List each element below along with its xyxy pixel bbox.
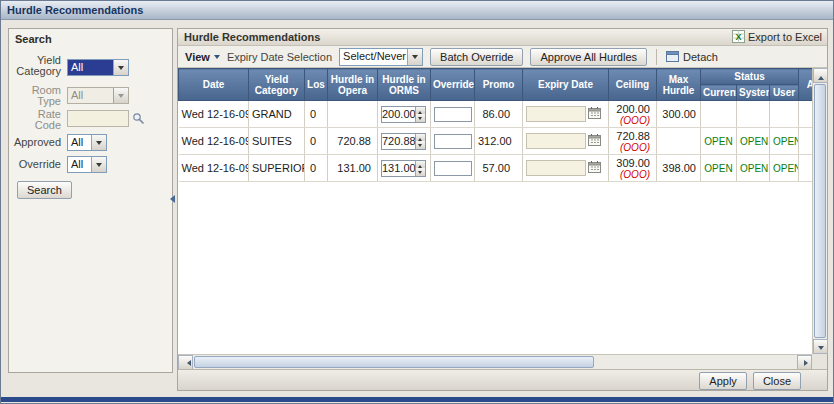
spinner-icon[interactable]: [415, 107, 425, 122]
cell-date: Wed 12-16-09: [179, 128, 249, 155]
cell-hurdle-in-orms: 200.00: [378, 101, 431, 128]
ceiling-ooo-note: (OOO): [612, 142, 653, 153]
calendar-icon[interactable]: [588, 109, 601, 121]
expiry-date-selection-label: Expiry Date Selection: [227, 51, 332, 63]
cell-status-system: [737, 101, 770, 128]
detach-button[interactable]: Detach: [666, 51, 718, 63]
window-bottom-strip: [1, 397, 833, 402]
hurdle-recommendations-window: Hurdle Recommendations Search Yield Cate…: [0, 0, 834, 404]
spinner-icon[interactable]: [415, 161, 425, 176]
splitter-collapse-icon[interactable]: [170, 193, 177, 205]
override-input[interactable]: [434, 134, 472, 149]
expiry-date-selection-select[interactable]: Select/Never: [339, 48, 423, 66]
rate-code-input: [67, 110, 129, 127]
hurdle-recommendations-panel: Hurdle Recommendations X Export to Excel…: [177, 28, 828, 391]
table-row[interactable]: Wed 12-16-09 SUPERIOR 0 131.00 131.00 57…: [179, 155, 813, 182]
yield-category-label: Yield Category: [11, 55, 61, 77]
override-input[interactable]: [434, 107, 472, 122]
svg-text:X: X: [736, 32, 742, 42]
scroll-right-icon[interactable]: [797, 355, 812, 370]
panel-header: Hurdle Recommendations X Export to Excel: [178, 29, 827, 46]
cell-hurdle-in-orms: 720.88: [378, 128, 431, 155]
cell-hurdle-in-orms: 131.00: [378, 155, 431, 182]
excel-icon: X: [732, 30, 745, 43]
scroll-left-icon[interactable]: [178, 355, 193, 370]
calendar-icon[interactable]: [588, 136, 601, 148]
cell-date: Wed 12-16-09: [179, 101, 249, 128]
cell-status-user: OPEN: [770, 155, 799, 182]
cell-approve-clipped: [799, 128, 812, 155]
export-to-excel-button[interactable]: X Export to Excel: [732, 30, 822, 43]
ceiling-ooo-note: (OOO): [612, 115, 653, 126]
rate-code-label: Rate Code: [11, 109, 61, 131]
batch-override-button[interactable]: Batch Override: [430, 48, 523, 66]
table-row[interactable]: Wed 12-16-09 GRAND 0 200.00 86.00: [179, 101, 813, 128]
column-header-override: Override: [431, 69, 475, 101]
cell-status-current: OPEN: [701, 155, 737, 182]
expiry-date-input: [526, 160, 586, 176]
ceiling-value: 720.88: [612, 130, 653, 142]
expiry-date-input: [526, 133, 586, 149]
cell-hurdle-in-opera: 720.88: [328, 128, 378, 155]
ceiling-ooo-note: (OOO): [612, 169, 653, 180]
scroll-up-icon[interactable]: [813, 68, 828, 83]
horizontal-scrollbar-thumb[interactable]: [194, 356, 594, 368]
table-row[interactable]: Wed 12-16-09 SUITES 0 720.88 720.88 312.…: [179, 128, 813, 155]
cell-expiry-date: [523, 128, 609, 155]
cell-status-current: [701, 101, 737, 128]
toolbar-separator: [656, 49, 657, 65]
column-header-expiry-date: Expiry Date: [523, 69, 609, 101]
cell-promo: 86.00: [475, 101, 523, 128]
column-header-status-user: User: [770, 85, 799, 101]
hurdle-orms-value: 131.00: [382, 161, 415, 176]
hurdle-orms-value: 720.88: [382, 134, 415, 149]
chevron-down-icon[interactable]: [91, 135, 106, 150]
chevron-down-icon[interactable]: [91, 157, 106, 172]
yield-category-select[interactable]: All: [67, 59, 129, 76]
room-type-value: All: [68, 88, 113, 103]
column-header-hurdle-in-opera: Hurdle in Opera: [328, 69, 378, 101]
scroll-down-icon[interactable]: [813, 339, 828, 354]
scrollbar-corner: [812, 354, 827, 369]
search-button[interactable]: Search: [17, 181, 72, 199]
chevron-down-icon[interactable]: [407, 49, 422, 65]
column-header-los: Los: [305, 69, 328, 101]
chevron-down-icon[interactable]: [113, 60, 128, 75]
cell-promo: 312.00: [475, 128, 523, 155]
hurdle-orms-spinbox[interactable]: 131.00: [381, 160, 426, 177]
override-input[interactable]: [434, 161, 472, 176]
column-header-date: Date: [179, 69, 249, 101]
detach-icon: [666, 51, 679, 62]
column-header-status-system: System: [737, 85, 770, 101]
override-label: Override: [11, 159, 61, 170]
override-value: All: [68, 157, 91, 172]
magnifier-icon[interactable]: [132, 112, 145, 127]
cell-max-hurdle: 398.00: [657, 155, 701, 182]
approved-label: Approved: [11, 137, 61, 148]
cell-yield-category: SUPERIOR: [249, 155, 305, 182]
column-header-status-current: Current: [701, 85, 737, 101]
approved-select[interactable]: All: [67, 134, 107, 151]
ceiling-value: 200.00: [612, 103, 653, 115]
close-button[interactable]: Close: [753, 372, 801, 390]
cell-max-hurdle: [657, 128, 701, 155]
view-menu-button[interactable]: View: [185, 51, 220, 63]
yield-category-value: All: [68, 60, 113, 75]
spinner-icon[interactable]: [415, 134, 425, 149]
vertical-scrollbar-thumb[interactable]: [814, 84, 826, 338]
approve-all-hurdles-button[interactable]: Approve All Hurdles: [530, 48, 647, 66]
hurdle-orms-spinbox[interactable]: 200.00: [381, 106, 426, 123]
expiry-date-input: [526, 106, 586, 122]
apply-button[interactable]: Apply: [699, 372, 747, 390]
hurdle-orms-spinbox[interactable]: 720.88: [381, 133, 426, 150]
search-panel: Search Yield Category All Room Type All …: [8, 28, 173, 373]
vertical-scrollbar[interactable]: [812, 68, 827, 354]
ceiling-value: 309.00: [612, 157, 653, 169]
cell-override: [431, 128, 475, 155]
cell-yield-category: GRAND: [249, 101, 305, 128]
horizontal-scrollbar[interactable]: [178, 354, 812, 369]
column-header-approve-clipped: Ap: [799, 69, 812, 101]
expiry-date-selection-value: Select/Never: [340, 49, 407, 65]
calendar-icon[interactable]: [588, 163, 601, 175]
override-select[interactable]: All: [67, 156, 107, 173]
